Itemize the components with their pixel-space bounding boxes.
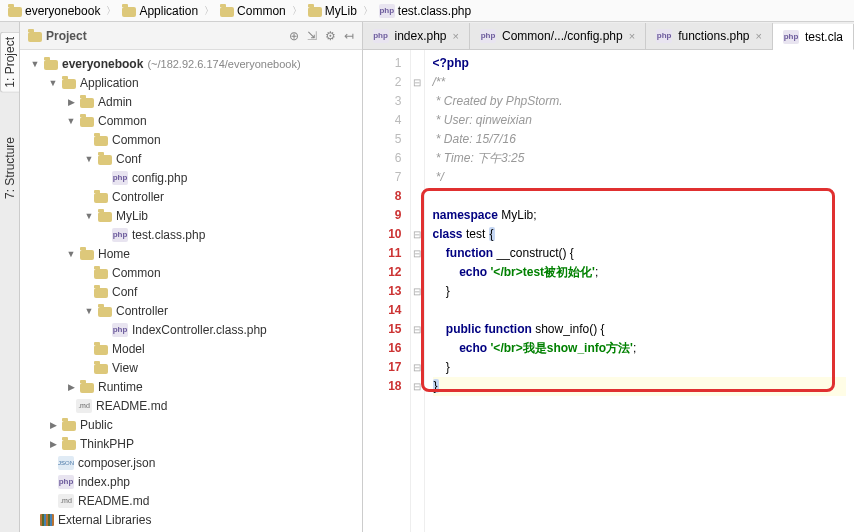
tab-config[interactable]: Common/.../config.php× [470,23,646,49]
expand-arrow-icon[interactable]: ▼ [48,78,58,88]
code-text: MyLib; [501,208,536,222]
crumb-file[interactable]: test.class.php [379,4,471,18]
sidetab-label: 7: Structure [3,137,17,199]
libraries-icon [40,514,54,526]
tree-label: README.md [96,399,167,413]
crumb-label: Application [139,4,198,18]
fold-icon[interactable]: ⊟ [411,244,424,263]
tree-external-libs[interactable]: External Libraries [20,510,362,529]
project-panel: Project ⊕ ⇲ ⚙ ↤ ▼everyonebook (~/182.92.… [20,22,363,532]
tab-testclass[interactable]: test.cla [773,24,854,50]
tree-item[interactable]: ▶ThinkPHP [20,434,362,453]
hide-icon[interactable]: ↤ [344,29,354,43]
tree-item[interactable]: composer.json [20,453,362,472]
code-content[interactable]: <?php /** * Created by PhpStorm. * User:… [425,50,855,532]
close-icon[interactable]: × [756,30,762,42]
folder-icon [8,7,22,17]
code-text: } [433,284,450,298]
folder-icon [94,193,108,203]
tab-index[interactable]: index.php× [363,23,470,49]
collapse-icon[interactable]: ⇲ [307,29,317,43]
tree-item[interactable]: index.php [20,472,362,491]
tree-label: config.php [132,171,187,185]
close-icon[interactable]: × [453,30,459,42]
folder-icon [80,117,94,127]
php-icon [783,30,799,44]
settings-icon[interactable]: ⚙ [325,29,336,43]
tree-label: Home [98,247,130,261]
code-text: '</br>test被初始化' [491,265,595,279]
sidetab-project[interactable]: 1: Project [0,32,19,93]
code-text: } [433,379,439,393]
tree-item[interactable]: View [20,358,362,377]
tree-root[interactable]: ▼everyonebook (~/182.92.6.174/everyonebo… [20,54,362,73]
tree-item[interactable]: IndexController.class.php [20,320,362,339]
tree-item[interactable]: README.md [20,396,362,415]
line-number: 16 [363,339,402,358]
php-icon [480,29,496,43]
fold-icon[interactable]: ⊟ [411,73,424,92]
fold-end-icon[interactable]: ⊟ [411,282,424,301]
json-icon [58,456,74,470]
line-number: 18 [363,377,402,396]
project-tree[interactable]: ▼everyonebook (~/182.92.6.174/everyonebo… [20,50,362,532]
expand-arrow-icon[interactable]: ▶ [48,439,58,449]
tab-functions[interactable]: functions.php× [646,23,773,49]
expand-arrow-icon[interactable]: ▼ [84,211,94,221]
expand-arrow-icon[interactable]: ▶ [48,420,58,430]
expand-arrow-icon[interactable]: ▼ [84,306,94,316]
fold-end-icon[interactable]: ⊟ [411,358,424,377]
code-text: * Created by PhpStorm. [433,94,563,108]
code-text: * Time: 下午3:25 [433,151,525,165]
expand-arrow-icon[interactable]: ▼ [30,59,40,69]
tree-item[interactable]: Model [20,339,362,358]
tree-item[interactable]: Common [20,263,362,282]
tree-item[interactable]: Controller [20,187,362,206]
fold-icon[interactable]: ⊟ [411,320,424,339]
tree-label: Conf [116,152,141,166]
tree-label: View [112,361,138,375]
tab-label: Common/.../config.php [502,29,623,43]
crumb-common[interactable]: Common [220,4,286,18]
tree-item[interactable]: README.md [20,491,362,510]
expand-arrow-icon[interactable]: ▼ [66,116,76,126]
tree-item[interactable]: ▼Conf [20,149,362,168]
tree-item[interactable]: ▶Public [20,415,362,434]
php-icon [112,171,128,185]
folder-icon [94,136,108,146]
editor-body[interactable]: 1 2 3 4 5 6 7 8 9 10 11 12 13 14 15 16 1… [363,50,855,532]
close-icon[interactable]: × [629,30,635,42]
expand-arrow-icon[interactable]: ▶ [66,382,76,392]
tree-item[interactable]: ▼Application [20,73,362,92]
tree-label: MyLib [116,209,148,223]
folder-icon [62,440,76,450]
locate-icon[interactable]: ⊕ [289,29,299,43]
tree-item[interactable]: ▼Controller [20,301,362,320]
code-text: ; [633,341,636,355]
tree-item[interactable]: Conf [20,282,362,301]
fold-end-icon[interactable]: ⊟ [411,377,424,396]
php-icon [112,323,128,337]
tree-item[interactable]: test.class.php [20,225,362,244]
crumb-application[interactable]: Application [122,4,198,18]
tree-item[interactable]: Common [20,130,362,149]
fold-icon[interactable]: ⊟ [411,225,424,244]
expand-arrow-icon[interactable]: ▼ [84,154,94,164]
line-number: 8 [363,187,402,206]
tree-item[interactable]: config.php [20,168,362,187]
tree-label: ThinkPHP [80,437,134,451]
tree-label: Common [112,266,161,280]
crumb-everyonebook[interactable]: everyonebook [8,4,100,18]
tree-item[interactable]: ▶Admin [20,92,362,111]
tree-item[interactable]: ▶Runtime [20,377,362,396]
tree-label: External Libraries [58,513,151,527]
tree-item[interactable]: ▼Home [20,244,362,263]
sidetab-structure[interactable]: 7: Structure [1,133,19,203]
tree-item[interactable]: ▼Common [20,111,362,130]
tree-item[interactable]: ▼MyLib [20,206,362,225]
expand-arrow-icon[interactable]: ▶ [66,97,76,107]
crumb-mylib[interactable]: MyLib [308,4,357,18]
expand-arrow-icon[interactable]: ▼ [66,249,76,259]
line-number: 14 [363,301,402,320]
folder-icon [94,364,108,374]
